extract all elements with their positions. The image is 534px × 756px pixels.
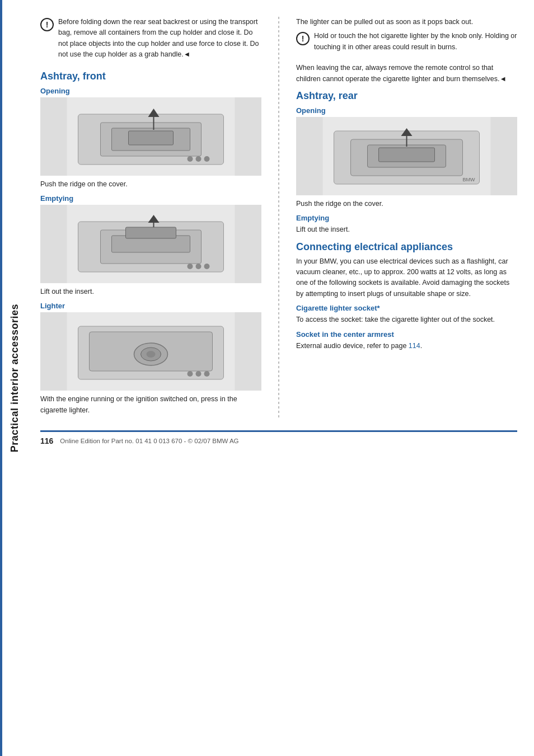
center-armrest-label: Socket in the center armrest [296, 330, 517, 339]
warning-2-extra: When leaving the car, always remove the … [296, 63, 517, 84]
column-divider [278, 17, 279, 419]
lighter-desc: With the engine running or the ignition … [40, 394, 261, 416]
svg-point-26 [188, 371, 193, 377]
cigarette-socket-label: Cigarette lighter socket* [296, 304, 517, 312]
main-content: ! Before folding down the rear seat back… [29, 0, 534, 756]
ashtray-rear-section: Ashtray, rear Opening [296, 90, 517, 236]
connecting-heading: Connecting electrical appliances [296, 241, 517, 253]
connecting-body: In your BMW, you can use electrical devi… [296, 256, 517, 300]
svg-point-28 [204, 371, 210, 377]
svg-point-25 [147, 351, 156, 358]
svg-rect-4 [129, 131, 174, 145]
svg-point-19 [204, 264, 210, 269]
svg-point-9 [204, 156, 210, 162]
svg-point-27 [196, 371, 202, 377]
col-right: The lighter can be pulled out as soon as… [296, 17, 517, 419]
warning-text-2: Hold or touch the hot cigarette lighter … [314, 31, 517, 53]
page-number: 116 [40, 436, 53, 445]
lighter-top-text: The lighter can be pulled out as soon as… [296, 17, 517, 27]
page-footer: 116 Online Edition for Part no. 01 41 0 … [40, 430, 517, 445]
svg-point-18 [196, 264, 202, 269]
svg-text:BMW: BMW [463, 177, 476, 182]
sidebar: Practical interior accessories [0, 0, 29, 756]
page-114-link[interactable]: 114 [409, 342, 420, 350]
emptying-label-left: Emptying [40, 194, 261, 203]
opening-label-left: Opening [40, 87, 261, 95]
ashtray-rear-opening-image: BMW [296, 117, 517, 195]
page-container: Practical interior accessories ! Before … [0, 0, 534, 756]
svg-rect-14 [126, 227, 176, 238]
opening-desc-left: Push the ridge on the cover. [40, 179, 261, 190]
ashtray-rear-heading: Ashtray, rear [296, 90, 517, 102]
sidebar-label: Practical interior accessories [9, 304, 21, 452]
warning-block-2: ! Hold or touch the hot cigarette lighte… [296, 31, 517, 56]
warning-block-1: ! Before folding down the rear seat back… [40, 17, 261, 64]
emptying-label-right: Emptying [296, 214, 517, 222]
warning-icon-1: ! [40, 18, 54, 31]
svg-point-17 [188, 264, 193, 269]
two-col-layout: ! Before folding down the rear seat back… [40, 17, 517, 419]
col-left: ! Before folding down the rear seat back… [40, 17, 261, 419]
footer-text: Online Edition for Part no. 01 41 0 013 … [60, 438, 238, 444]
ashtray-front-heading: Ashtray, front [40, 71, 261, 82]
opening-label-right: Opening [296, 106, 517, 115]
warning-text-1: Before folding down the rear seat backre… [58, 17, 261, 60]
svg-point-8 [196, 156, 202, 162]
connecting-section: Connecting electrical appliances In your… [296, 241, 517, 351]
ashtray-front-emptying-image [40, 205, 261, 283]
svg-rect-33 [379, 148, 435, 162]
svg-point-7 [188, 156, 193, 162]
warning-icon-2: ! [296, 32, 310, 45]
opening-desc-right: Push the ridge on the cover. [296, 199, 517, 209]
emptying-desc-right: Lift out the insert. [296, 224, 517, 235]
lighter-image [40, 312, 261, 391]
ashtray-front-opening-image [40, 97, 261, 176]
center-armrest-desc: External audio device, refer to page 114… [296, 341, 517, 351]
cigarette-socket-desc: To access the socket: take the cigarette… [296, 314, 517, 325]
lighter-label: Lighter [40, 302, 261, 310]
emptying-desc-left: Lift out the insert. [40, 287, 261, 297]
ashtray-front-section: Ashtray, front Opening [40, 71, 261, 416]
